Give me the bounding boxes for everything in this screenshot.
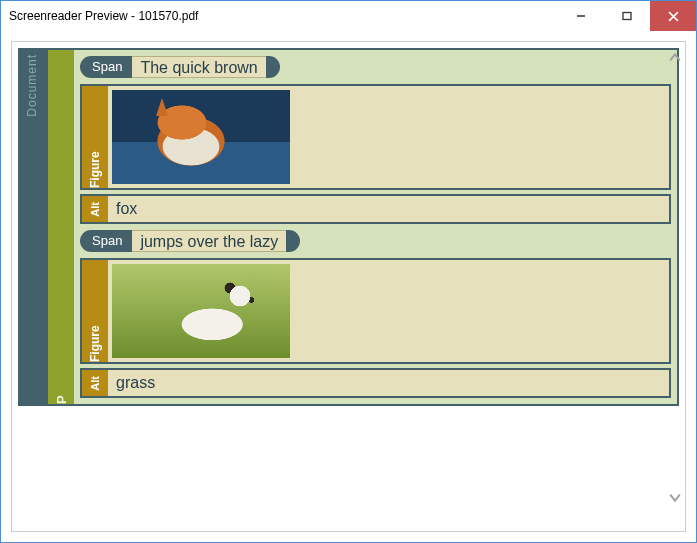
alt-label: Alt — [89, 202, 101, 217]
scroll-down-icon[interactable] — [669, 489, 681, 507]
alt-label: Alt — [89, 376, 101, 391]
figure-image-fox — [112, 90, 290, 184]
window-titlebar: Screenreader Preview - 101570.pdf — [1, 1, 696, 31]
figure-image-dog — [112, 264, 290, 358]
span-end-cap — [266, 56, 280, 78]
paragraph-body: Span The quick brown Figure — [74, 50, 677, 404]
alt-text-1: fox — [108, 196, 669, 222]
minimize-button[interactable] — [558, 1, 604, 31]
alt-box-1: Alt fox — [80, 194, 671, 224]
figure-body-1 — [108, 86, 669, 188]
alt-rail: Alt — [82, 370, 108, 396]
alt-rail: Alt — [82, 196, 108, 222]
span-text-2: jumps over the lazy — [132, 230, 286, 252]
figure-label: Figure — [88, 266, 102, 362]
alt-box-2: Alt grass — [80, 368, 671, 398]
paragraph-label: P — [54, 56, 69, 404]
span-end-cap — [286, 230, 300, 252]
window-title: Screenreader Preview - 101570.pdf — [9, 9, 558, 23]
span-tag-badge: Span — [80, 56, 132, 78]
span-row-2: Span jumps over the lazy — [80, 228, 671, 254]
span-text-1: The quick brown — [132, 56, 265, 78]
figure-label: Figure — [88, 92, 102, 188]
scroll-up-icon[interactable] — [669, 50, 681, 68]
figure-rail: Figure — [82, 260, 108, 362]
svg-rect-1 — [623, 13, 631, 20]
span-tag-badge: Span — [80, 230, 132, 252]
document-panel: Document P Span The quick brown Figure — [12, 42, 685, 412]
figure-box-1: Figure — [80, 84, 671, 190]
alt-text-2: grass — [108, 370, 669, 396]
maximize-button[interactable] — [604, 1, 650, 31]
span-row-1: Span The quick brown — [80, 54, 671, 80]
window-buttons — [558, 1, 696, 31]
paragraph-rail: P — [48, 50, 74, 404]
figure-box-2: Figure — [80, 258, 671, 364]
document-label: Document — [25, 54, 39, 117]
client-area: Document P Span The quick brown Figure — [1, 31, 696, 542]
figure-body-2 — [108, 260, 669, 362]
scrollbar[interactable] — [667, 50, 683, 507]
document-rail: Document — [18, 48, 46, 406]
close-button[interactable] — [650, 1, 696, 31]
figure-rail: Figure — [82, 86, 108, 188]
paragraph-panel: P Span The quick brown Figure — [46, 48, 679, 406]
preview-panel: Document P Span The quick brown Figure — [11, 41, 686, 532]
